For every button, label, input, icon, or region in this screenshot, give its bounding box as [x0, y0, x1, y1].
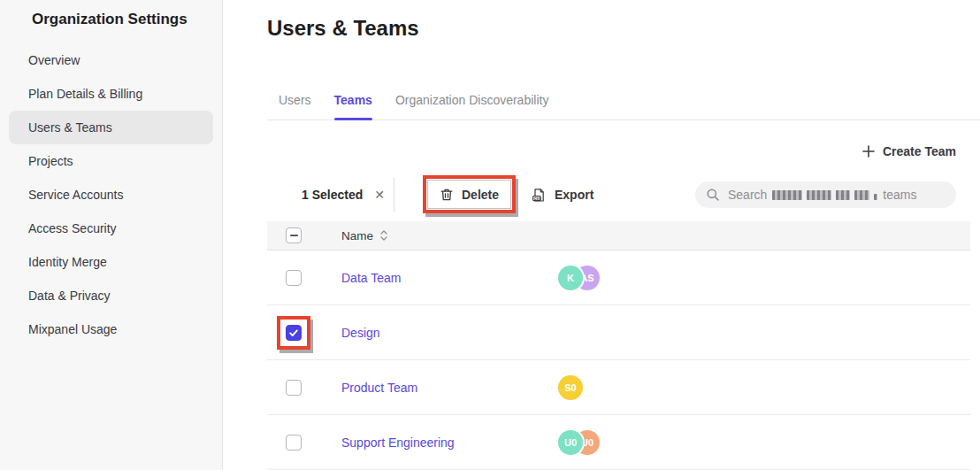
row-checkbox[interactable]: [286, 325, 302, 341]
row-checkbox[interactable]: [286, 435, 302, 451]
selected-count: 1 Selected: [302, 188, 363, 202]
row-checkbox[interactable]: [286, 270, 302, 286]
sidebar-item-overview[interactable]: Overview: [0, 43, 222, 77]
sidebar-title: Organization Settings: [0, 0, 222, 28]
team-name-link[interactable]: Product Team: [341, 381, 417, 395]
sidebar-item-service-accounts[interactable]: Service Accounts: [0, 178, 222, 212]
sidebar-item-users-teams[interactable]: Users & Teams: [9, 111, 213, 144]
export-label: Export: [555, 188, 593, 202]
sidebar-nav: Overview Plan Details & Billing Users & …: [0, 43, 222, 346]
clear-selection-button[interactable]: ✕: [374, 188, 385, 202]
search-icon: [706, 188, 720, 202]
search-placeholder: Search teams: [728, 188, 916, 202]
team-name-link[interactable]: Design: [341, 326, 380, 340]
team-name-link[interactable]: Data Team: [341, 271, 401, 285]
delete-annotation-box: Delete: [423, 175, 516, 213]
toolbar: 1 Selected ✕ Delete csv: [223, 168, 980, 221]
sidebar-item-plan-details-billing[interactable]: Plan Details & Billing: [0, 77, 222, 111]
avatar-group: U0 U0: [558, 430, 970, 455]
teams-table: Name Data Team K AS: [267, 221, 970, 470]
row-checkbox[interactable]: [286, 380, 302, 396]
tab-organization-discoverability[interactable]: Organization Discoverability: [384, 82, 561, 119]
checkbox-annotation-box: [277, 316, 310, 350]
delete-button[interactable]: Delete: [427, 180, 511, 209]
sidebar-item-identity-merge[interactable]: Identity Merge: [0, 245, 222, 279]
redacted-text: [772, 190, 877, 200]
create-team-button[interactable]: Create Team: [862, 144, 956, 158]
selection-status: 1 Selected ✕: [302, 168, 385, 221]
avatar-group: K AS: [558, 266, 970, 290]
table-row-support-engineering: Support Engineering U0 U0: [267, 415, 970, 470]
table-header-row: Name: [267, 221, 970, 250]
tab-bar: Users Teams Organization Discoverability: [267, 82, 980, 120]
sidebar-item-access-security[interactable]: Access Security: [0, 212, 222, 245]
team-name-link[interactable]: Support Engineering: [341, 435, 455, 450]
table-row-data-team: Data Team K AS: [267, 250, 970, 305]
page-title: Users & Teams: [267, 16, 419, 41]
sidebar-item-projects[interactable]: Projects: [0, 144, 222, 178]
sidebar-item-data-privacy[interactable]: Data & Privacy: [0, 279, 222, 312]
csv-file-icon: csv: [532, 188, 547, 203]
search-input[interactable]: Search teams: [695, 181, 956, 208]
table-row-product-team: Product Team S0: [267, 360, 970, 415]
main-content: Users & Teams Users Teams Organization D…: [223, 0, 980, 470]
sidebar-item-mixpanel-usage[interactable]: Mixpanel Usage: [0, 312, 222, 346]
avatar: K: [558, 266, 583, 290]
column-header-name[interactable]: Name: [341, 229, 558, 243]
select-all-checkbox[interactable]: [286, 227, 302, 243]
create-team-label: Create Team: [883, 144, 956, 158]
table-row-design: Design: [267, 305, 970, 360]
avatar-group: S0: [558, 375, 970, 400]
svg-text:csv: csv: [534, 196, 541, 200]
trash-icon: [440, 188, 454, 202]
avatar: S0: [558, 375, 583, 400]
sort-icon: [380, 230, 387, 241]
toolbar-divider: [394, 178, 394, 212]
tab-teams[interactable]: Teams: [323, 82, 384, 119]
avatar: U0: [558, 430, 583, 455]
tab-users[interactable]: Users: [267, 82, 323, 119]
delete-label: Delete: [462, 188, 499, 202]
plus-icon: [862, 145, 875, 158]
export-button[interactable]: csv Export: [532, 168, 593, 221]
organization-settings-sidebar: Organization Settings Overview Plan Deta…: [0, 0, 223, 470]
